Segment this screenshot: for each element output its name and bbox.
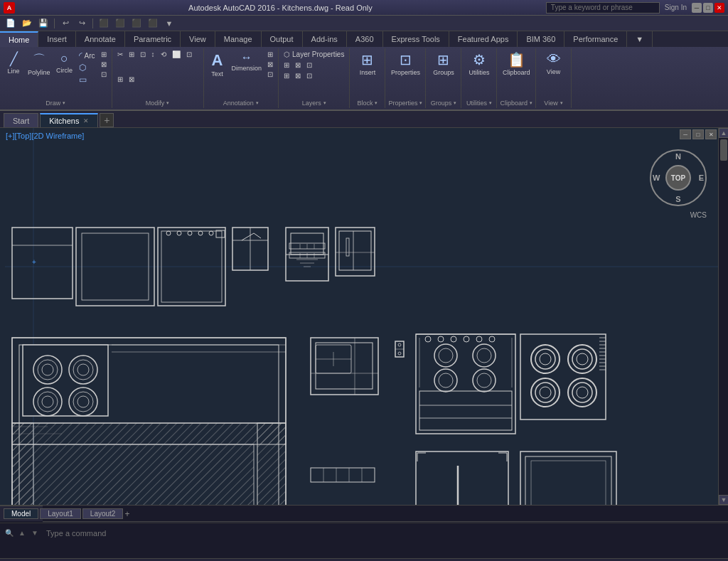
sign-in-label[interactable]: Sign In (665, 4, 687, 11)
draw-line-button[interactable]: ╱ Line (3, 50, 24, 76)
clipboard-button[interactable]: 📋 Clipboard (500, 50, 532, 78)
layout-tab-model[interactable]: Model (4, 508, 38, 519)
view-button[interactable]: 👁 View (543, 50, 564, 77)
modify-btn-5[interactable]: ⟲ (159, 50, 168, 59)
qa-open-button[interactable]: 📂 (20, 17, 34, 30)
qa-redo-button[interactable]: ↪ (75, 17, 89, 30)
tab-home[interactable]: Home (0, 31, 38, 47)
maximize-button[interactable]: □ (703, 3, 713, 13)
tab-express[interactable]: Express Tools (383, 31, 449, 47)
draw-group-label[interactable]: Draw ▾ (46, 100, 65, 107)
tab-more[interactable]: ▼ (627, 31, 653, 47)
layer-btn-6[interactable]: ⊡ (304, 71, 314, 80)
groups-button[interactable]: ⊞ Groups (431, 50, 456, 78)
scroll-thumb[interactable] (720, 139, 727, 161)
tab-kitchens[interactable]: Kitchens ✕ (40, 113, 98, 127)
new-layout-button[interactable]: + (124, 508, 129, 520)
cmd-icon-up[interactable]: ▲ (16, 528, 28, 539)
qa-save-button[interactable]: 💾 (36, 17, 50, 30)
utilities-group-label[interactable]: Utilities ▾ (466, 100, 492, 107)
layer-btn-1[interactable]: ⊞ (282, 60, 291, 70)
utilities-button[interactable]: ⚙ Utilities (466, 50, 491, 78)
modify-group-label[interactable]: Modify ▾ (146, 100, 170, 107)
tab-annotate[interactable]: Annotate (76, 31, 125, 47)
layers-group-label[interactable]: Layers ▾ (302, 100, 326, 107)
tab-featured[interactable]: Featured Apps (449, 31, 518, 47)
layout-tab-layout1[interactable]: Layout1 (40, 508, 81, 519)
tab-a360[interactable]: A360 (347, 31, 383, 47)
insert-button[interactable]: ⊞ Insert (357, 50, 378, 78)
viewport-close[interactable]: ✕ (705, 129, 717, 139)
draw-arc-button[interactable]: ◜ Arc (77, 50, 97, 61)
view-group-label[interactable]: View ▾ (544, 100, 562, 107)
viewport-label[interactable]: [+][Top][2D Wireframe] (6, 132, 84, 140)
layer-btn-2[interactable]: ⊠ (293, 60, 303, 70)
draw-extra-4[interactable]: ⊠ (99, 60, 109, 69)
modify-btn-6[interactable]: ⬜ (170, 50, 183, 59)
qa-btn-5[interactable]: ⬛ (97, 17, 111, 30)
cmd-icon-down[interactable]: ▼ (29, 528, 41, 539)
tab-output[interactable]: Output (262, 31, 303, 47)
tab-performance[interactable]: Performance (564, 31, 627, 47)
command-input[interactable] (43, 526, 724, 540)
tab-bim360[interactable]: BIM 360 (518, 31, 564, 47)
modify-btn-7[interactable]: ⊡ (184, 50, 194, 59)
annotation-group-label[interactable]: Annotation ▾ (223, 100, 259, 107)
anno-btn-2[interactable]: ⊠ (265, 60, 275, 69)
modify-btn-2[interactable]: ⊞ (127, 50, 136, 59)
viewport-maximize[interactable]: □ (692, 129, 704, 139)
scroll-track[interactable] (719, 138, 728, 495)
clipboard-group-label[interactable]: Clipboard ▾ (500, 100, 532, 107)
tab-parametric[interactable]: Parametric (125, 31, 181, 47)
modify-btn-1[interactable]: ✂ (115, 50, 125, 59)
tab-start[interactable]: Start (4, 113, 38, 127)
minimize-button[interactable]: ─ (692, 3, 702, 13)
qa-btn-8[interactable]: ⬛ (146, 17, 160, 30)
layout-tab-layout2[interactable]: Layout2 (82, 508, 124, 519)
draw-extra-3[interactable]: ⊞ (99, 50, 109, 59)
qa-undo-button[interactable]: ↩ (58, 17, 73, 30)
modify-btn-4[interactable]: ↕ (149, 50, 157, 59)
properties-group-label[interactable]: Properties ▾ (388, 100, 422, 107)
qa-dropdown[interactable]: ▼ (162, 17, 176, 30)
qa-new-button[interactable]: 📄 (4, 17, 18, 30)
block-group-label[interactable]: Block ▾ (357, 100, 378, 107)
modify-btn-3[interactable]: ⊡ (138, 50, 148, 59)
layer-btn-5[interactable]: ⊠ (293, 71, 303, 80)
viewport-minimize[interactable]: ─ (680, 129, 691, 139)
groups-group-label[interactable]: Groups ▾ (431, 100, 457, 107)
vertical-scrollbar[interactable]: ▲ ▼ (718, 128, 728, 505)
anno-btn-1[interactable]: ⊞ (265, 50, 275, 59)
modify-btn-8[interactable]: ⊞ (115, 75, 125, 84)
cmd-icon-search[interactable]: 🔍 (4, 528, 15, 539)
tab-addins[interactable]: Add-ins (303, 31, 347, 47)
tab-insert[interactable]: Insert (38, 31, 76, 47)
qa-btn-7[interactable]: ⬛ (129, 17, 144, 30)
tab-view[interactable]: View (181, 31, 215, 47)
dimension-button[interactable]: ↔ Dimension (230, 50, 264, 73)
text-button[interactable]: A Text (207, 50, 228, 79)
compass[interactable]: N S E W TOP WCS (650, 149, 707, 206)
tab-kitchens-close[interactable]: ✕ (83, 117, 89, 124)
layer-properties-button[interactable]: ⬡ Layer Properties (282, 50, 346, 59)
modify-btn-9[interactable]: ⊠ (127, 75, 136, 84)
new-tab-button[interactable]: + (100, 113, 114, 127)
layer-btn-4[interactable]: ⊞ (282, 71, 291, 80)
viewport[interactable]: ─ □ ✕ [+][Top][2D Wireframe] + (0, 128, 728, 505)
qa-btn-6[interactable]: ⬛ (113, 17, 127, 30)
compass-top-label[interactable]: TOP (665, 165, 691, 191)
drawing-canvas[interactable]: + (0, 128, 728, 505)
scroll-up-button[interactable]: ▲ (719, 128, 728, 138)
draw-extra-1[interactable]: ⬡ (77, 62, 97, 73)
scroll-down-button[interactable]: ▼ (719, 495, 728, 505)
draw-extra-2[interactable]: ▭ (77, 74, 97, 85)
draw-extra-5[interactable]: ⊡ (99, 70, 109, 79)
anno-btn-3[interactable]: ⊡ (265, 70, 275, 79)
close-button[interactable]: ✕ (714, 3, 724, 13)
layer-btn-3[interactable]: ⊡ (304, 60, 314, 70)
title-bar-right[interactable]: Sign In ─ □ ✕ (546, 2, 724, 14)
draw-circle-button[interactable]: ○ Circle (54, 50, 75, 75)
tab-manage[interactable]: Manage (215, 31, 262, 47)
draw-polyline-button[interactable]: ⌒ Polyline (26, 50, 53, 78)
properties-button[interactable]: ⊡ Properties (389, 50, 422, 78)
